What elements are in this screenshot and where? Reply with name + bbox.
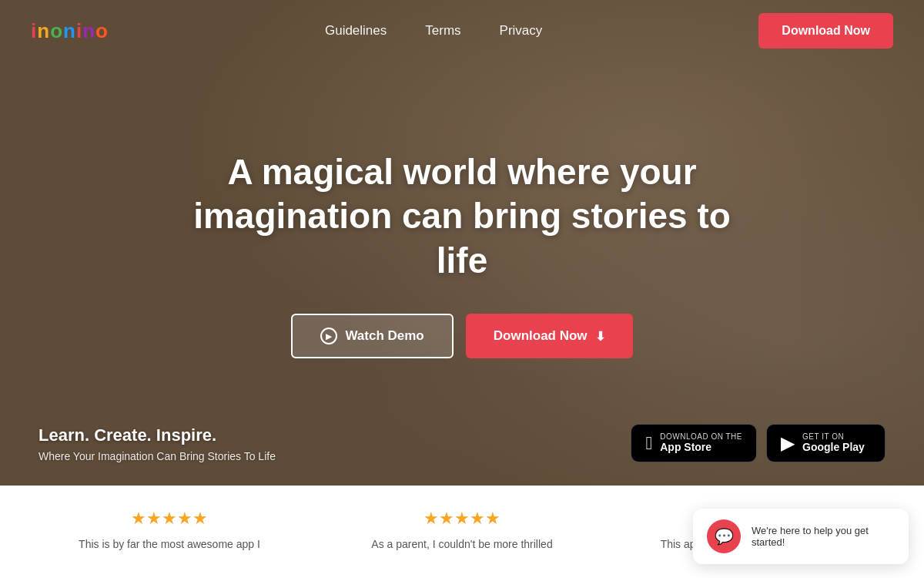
- appstore-text: Download on the App Store: [660, 432, 742, 454]
- apple-icon: : [645, 432, 652, 454]
- logo: inonino: [31, 19, 109, 43]
- hero-tagline: Learn. Create. Inspire. Where Your Imagi…: [38, 425, 276, 462]
- review-text-1: This is by far the most awesome app I: [79, 536, 260, 553]
- playstore-line2: Google Play: [802, 441, 865, 454]
- nav-guidelines[interactable]: Guidelines: [325, 23, 387, 39]
- tagline-main: Learn. Create. Inspire.: [38, 425, 276, 445]
- store-buttons:  Download on the App Store ▶ GET It ON …: [631, 424, 886, 462]
- review-card-2: ★★★★★ As a parent, I couldn't be more th…: [339, 509, 585, 555]
- nav-links: Guidelines Terms Privacy: [325, 23, 542, 39]
- hero-content: A magical world where your imagination c…: [0, 0, 924, 486]
- review-text-2: As a parent, I couldn't be more thrilled: [371, 536, 552, 553]
- hero-title: A magical world where your imagination c…: [173, 150, 751, 284]
- hero-section: A magical world where your imagination c…: [0, 0, 924, 486]
- playstore-line1: GET It ON: [802, 432, 865, 441]
- nav-terms[interactable]: Terms: [425, 23, 460, 39]
- playstore-text: GET It ON Google Play: [802, 432, 865, 454]
- appstore-line2: App Store: [660, 441, 742, 454]
- review-card-1: ★★★★★ This is by far the most awesome ap…: [46, 509, 293, 555]
- stars-2: ★★★★★: [424, 509, 500, 529]
- watch-demo-button[interactable]: ▶ Watch Demo: [291, 314, 453, 358]
- playstore-button[interactable]: ▶ GET It ON Google Play: [766, 424, 886, 462]
- tagline-sub: Where Your Imagination Can Bring Stories…: [38, 450, 276, 462]
- appstore-line1: Download on the: [660, 432, 742, 441]
- download-now-nav-button[interactable]: Download Now: [758, 13, 893, 49]
- hero-buttons: ▶ Watch Demo Download Now ⬇: [291, 314, 632, 358]
- chat-avatar: 💬: [707, 519, 741, 553]
- navbar: inonino Guidelines Terms Privacy Downloa…: [0, 0, 924, 62]
- download-now-hero-button[interactable]: Download Now ⬇: [466, 314, 633, 358]
- hero-bottom: Learn. Create. Inspire. Where Your Imagi…: [0, 424, 924, 486]
- download-icon: ⬇: [595, 329, 605, 344]
- play-icon: ▶: [320, 328, 337, 344]
- appstore-button[interactable]:  Download on the App Store: [631, 424, 757, 462]
- google-play-icon: ▶: [781, 432, 795, 454]
- chat-message: We're here to help you get started!: [752, 525, 895, 548]
- reviews-section: ★★★★★ This is by far the most awesome ap…: [0, 486, 924, 578]
- chat-bubble: 💬 We're here to help you get started!: [693, 509, 909, 564]
- stars-1: ★★★★★: [131, 509, 208, 529]
- nav-privacy[interactable]: Privacy: [500, 23, 543, 39]
